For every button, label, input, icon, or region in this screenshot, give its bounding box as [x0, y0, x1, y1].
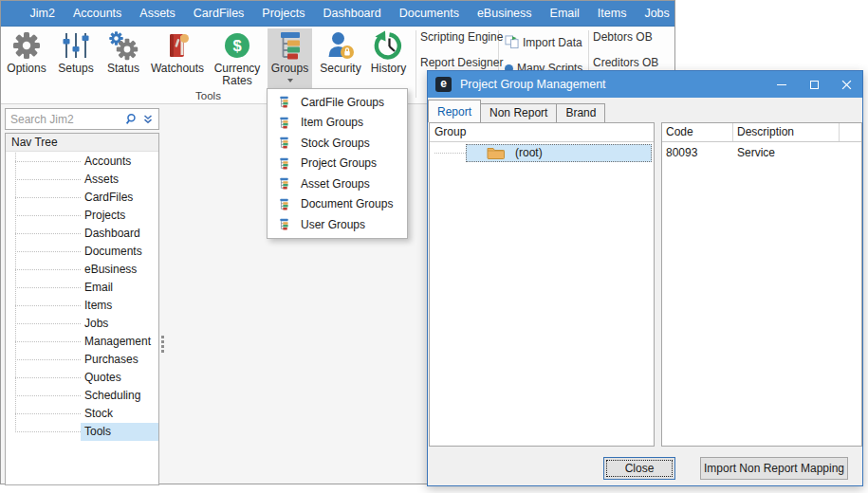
group-tree-icon: [278, 156, 290, 171]
tab-report[interactable]: Report: [428, 100, 481, 122]
menu-item-stock-groups[interactable]: Stock Groups: [268, 133, 407, 154]
ribbon-button-label: Setups: [58, 63, 93, 75]
sidebar-item-accounts[interactable]: Accounts: [6, 153, 158, 171]
ribbon-link-report-designer[interactable]: Report Designer: [420, 56, 503, 69]
double-chevron-down-icon[interactable]: [142, 114, 154, 125]
group-tree-icon: [275, 30, 305, 61]
menubar-item-ebusiness[interactable]: eBusiness: [468, 1, 541, 26]
sidebar-item-projects[interactable]: Projects: [6, 207, 158, 225]
tab-non-report[interactable]: Non Report: [480, 103, 557, 122]
menubar: Jim2 Accounts Assets CardFiles Projects …: [1, 1, 674, 27]
menu-item-document-groups[interactable]: Document Groups: [268, 194, 407, 215]
folder-icon: [487, 146, 505, 160]
menu-item-user-groups[interactable]: User Groups: [268, 214, 407, 235]
user-lock-icon: [325, 30, 356, 61]
import-non-report-mapping-button[interactable]: Import Non Report Mapping: [700, 457, 848, 480]
menubar-item-jim2[interactable]: Jim2: [21, 1, 64, 26]
menubar-item-projects[interactable]: Projects: [253, 1, 314, 26]
cell-description: Service: [733, 144, 840, 161]
mapping-grid-panel: Code Description 80093 Service: [661, 122, 862, 447]
ribbon-link-debtors-ob[interactable]: Debtors OB: [593, 30, 658, 44]
close-icon: [841, 80, 852, 90]
tree-root-label: (root): [515, 144, 543, 162]
table-row[interactable]: 80093 Service: [662, 144, 861, 161]
maximize-icon: [810, 81, 819, 89]
menu-item-item-groups[interactable]: Item Groups: [268, 113, 407, 134]
sidebar-item-quotes[interactable]: Quotes: [6, 369, 158, 387]
sidebar-item-stock[interactable]: Stock: [6, 405, 158, 423]
book-icon: [162, 30, 193, 61]
ribbon-button-options[interactable]: Options: [3, 28, 50, 87]
tree-row-root[interactable]: (root): [430, 144, 654, 162]
groups-dropdown-menu: CardFile Groups Item Groups Stock Groups…: [267, 88, 408, 239]
ribbon-button-currency-rates[interactable]: $ Currency Rates: [210, 28, 265, 87]
ribbon-button-label: Options: [7, 63, 46, 75]
tab-brand[interactable]: Brand: [556, 103, 605, 122]
close-button[interactable]: Close: [603, 457, 675, 480]
close-window-button[interactable]: [830, 71, 862, 98]
ribbon-button-watchouts[interactable]: Watchouts: [147, 28, 208, 87]
group-tree-icon: [278, 197, 290, 211]
search-icon[interactable]: [124, 113, 138, 126]
sidebar-item-tools[interactable]: Tools: [6, 423, 158, 441]
menubar-item-email[interactable]: Email: [541, 1, 588, 26]
menubar-item-accounts[interactable]: Accounts: [64, 1, 130, 26]
sidebar-item-purchases[interactable]: Purchases: [6, 351, 158, 369]
ribbon-link-creditors-ob[interactable]: Creditors OB: [593, 56, 658, 69]
maximize-button[interactable]: [798, 71, 830, 98]
ribbon-button-history[interactable]: History: [366, 28, 411, 87]
nav-tree-list: Accounts Assets CardFiles Projects Dashb…: [6, 153, 158, 441]
ribbon-link-import-data[interactable]: Import Data: [505, 35, 582, 49]
group-tree-icon: [278, 116, 290, 130]
column-header-code[interactable]: Code: [662, 123, 733, 141]
sidebar-item-scheduling[interactable]: Scheduling: [6, 387, 158, 405]
minimize-button[interactable]: [766, 71, 798, 98]
ribbon-button-label: Currency Rates: [210, 63, 265, 87]
sidebar-item-ebusiness[interactable]: eBusiness: [6, 261, 158, 279]
sidebar-item-documents[interactable]: Documents: [6, 243, 158, 261]
tree-connector: [434, 153, 466, 154]
ribbon-button-groups[interactable]: Groups: [268, 28, 312, 89]
gear-icon: [11, 30, 42, 61]
ribbon-button-setups[interactable]: Setups: [54, 28, 98, 87]
sidebar-item-email[interactable]: Email: [6, 279, 158, 297]
sidebar-item-dashboard[interactable]: Dashboard: [6, 225, 158, 243]
menubar-item-assets[interactable]: Assets: [131, 1, 185, 26]
sidebar-item-jobs[interactable]: Jobs: [6, 315, 158, 333]
sidebar-item-assets[interactable]: Assets: [6, 171, 158, 189]
ribbon-button-security[interactable]: Security: [315, 28, 366, 87]
group-tree-icon: [278, 217, 290, 231]
menubar-item-cardfiles[interactable]: CardFiles: [184, 1, 253, 26]
menu-item-project-groups[interactable]: Project Groups: [268, 154, 407, 174]
sidebar-item-management[interactable]: Management: [6, 333, 158, 351]
search-input[interactable]: [6, 112, 124, 127]
ribbon-button-status[interactable]: Status: [102, 28, 145, 87]
group-tree-icon: [278, 136, 290, 150]
menubar-item-documents[interactable]: Documents: [390, 1, 468, 26]
history-clock-icon: [374, 30, 404, 61]
menubar-item-items[interactable]: Items: [588, 1, 636, 26]
ribbon-link-scripting-engine[interactable]: Scripting Engine: [420, 30, 503, 44]
menubar-item-dashboard[interactable]: Dashboard: [314, 1, 390, 26]
menu-item-asset-groups[interactable]: Asset Groups: [268, 173, 407, 194]
nav-tree-panel: Nav Tree Accounts Assets CardFiles Proje…: [5, 133, 159, 485]
grid-header-row: Code Description: [662, 123, 861, 142]
group-tree-icon: [278, 95, 290, 109]
project-group-management-dialog: e Project Group Management Report Non Re…: [427, 70, 863, 486]
ribbon-button-label: Groups: [271, 63, 308, 75]
double-gear-icon: [108, 30, 139, 61]
dialog-titlebar[interactable]: e Project Group Management: [428, 71, 862, 98]
menubar-item-jobs[interactable]: Jobs: [636, 1, 678, 26]
import-data-icon: [505, 35, 519, 49]
ribbon-button-label: Watchouts: [151, 63, 204, 75]
minimize-icon: [777, 84, 786, 85]
sidebar-item-items[interactable]: Items: [6, 297, 158, 315]
menu-item-cardfile-groups[interactable]: CardFile Groups: [268, 92, 407, 113]
column-header-description[interactable]: Description: [733, 123, 840, 141]
ribbon-button-label: Status: [107, 63, 139, 75]
dollar-circle-icon: $: [222, 30, 252, 61]
dialog-title: Project Group Management: [460, 78, 606, 91]
sidebar-item-cardfiles[interactable]: CardFiles: [6, 189, 158, 207]
sliders-icon: [61, 30, 91, 61]
sidebar-splitter[interactable]: [161, 336, 164, 353]
